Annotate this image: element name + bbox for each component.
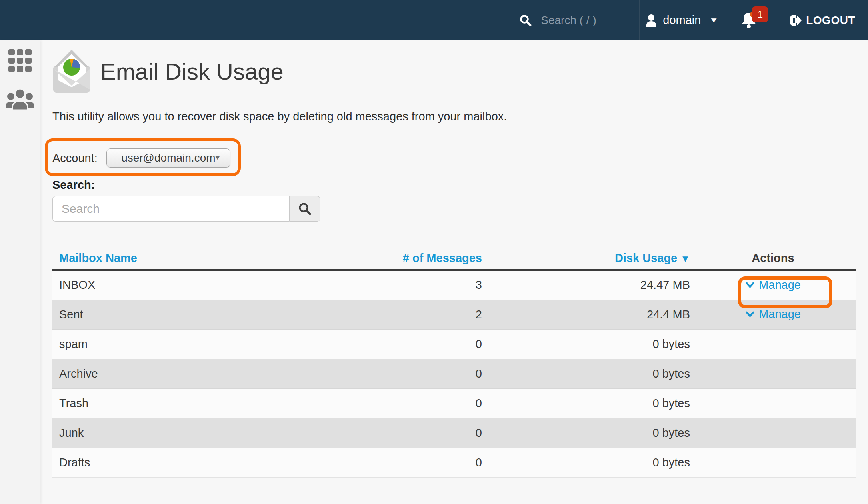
logout-icon bbox=[789, 14, 802, 27]
message-count: 2 bbox=[332, 300, 482, 329]
navbar-user-menu[interactable]: domain ▼ bbox=[640, 0, 723, 40]
disk-usage: 24.47 MB bbox=[482, 270, 690, 300]
disk-usage: 0 bytes bbox=[482, 359, 690, 388]
manage-button[interactable]: Manage bbox=[745, 308, 801, 321]
logout-button[interactable]: LOGOUT bbox=[778, 0, 868, 40]
mailbox-table: Mailbox Name # of Messages Disk Usage▼ A… bbox=[52, 247, 856, 478]
header-disk-usage[interactable]: Disk Usage▼ bbox=[482, 247, 690, 270]
sort-descending-icon: ▼ bbox=[680, 253, 690, 264]
table-row-inbox: INBOX 3 24.47 MB Manage bbox=[52, 270, 856, 300]
table-row-archive: Archive 0 0 bytes bbox=[52, 359, 856, 388]
table-row-spam: spam 0 0 bytes bbox=[52, 329, 856, 359]
search-icon bbox=[519, 14, 532, 27]
main-content: Email Disk Usage This utility allows you… bbox=[52, 40, 856, 504]
email-disk-usage-icon bbox=[52, 48, 91, 94]
page-title: Email Disk Usage bbox=[100, 58, 284, 85]
disk-usage: 0 bytes bbox=[482, 388, 690, 418]
navbar-search[interactable]: Search ( / ) bbox=[500, 0, 639, 40]
disk-usage: 0 bytes bbox=[482, 329, 690, 359]
account-selector-row: Account: user@domain.com ▼ bbox=[52, 148, 230, 168]
top-navbar: Search ( / ) domain ▼ 1 bbox=[0, 0, 868, 40]
sidebar bbox=[0, 40, 40, 504]
header-actions: Actions bbox=[690, 247, 856, 270]
navbar-search-label: Search ( / ) bbox=[541, 14, 596, 27]
apps-grid-icon[interactable] bbox=[8, 49, 32, 72]
email-disk-usage-page: Search ( / ) domain ▼ 1 bbox=[0, 0, 868, 504]
chevron-down-icon: ▼ bbox=[709, 16, 719, 24]
message-count: 3 bbox=[332, 270, 482, 300]
message-count: 0 bbox=[332, 448, 482, 477]
title-divider bbox=[52, 96, 856, 96]
message-count: 0 bbox=[332, 359, 482, 388]
header-messages[interactable]: # of Messages bbox=[332, 247, 482, 270]
message-count: 0 bbox=[332, 388, 482, 418]
notification-badge: 1 bbox=[752, 6, 768, 22]
message-count: 0 bbox=[332, 329, 482, 359]
account-dropdown-value: user@domain.com bbox=[121, 152, 215, 164]
search-group bbox=[52, 196, 320, 222]
page-description: This utility allows you to recover disk … bbox=[52, 110, 507, 123]
table-row-junk: Junk 0 0 bytes bbox=[52, 418, 856, 448]
search-icon bbox=[298, 202, 312, 216]
table-row-drafts: Drafts 0 0 bytes bbox=[52, 448, 856, 477]
navbar-notifications[interactable]: 1 bbox=[723, 0, 778, 40]
page-header: Email Disk Usage bbox=[52, 48, 284, 94]
table-header-row: Mailbox Name # of Messages Disk Usage▼ A… bbox=[52, 247, 856, 270]
search-input[interactable] bbox=[52, 196, 289, 222]
message-count: 0 bbox=[332, 418, 482, 448]
disk-usage: 24.4 MB bbox=[482, 300, 690, 329]
dropdown-caret-icon: ▼ bbox=[214, 154, 222, 162]
mailbox-name: Sent bbox=[52, 300, 332, 329]
header-mailbox-name[interactable]: Mailbox Name bbox=[52, 247, 332, 270]
search-button[interactable] bbox=[289, 196, 320, 222]
mailbox-name: Trash bbox=[52, 388, 332, 418]
mailbox-name: Junk bbox=[52, 418, 332, 448]
account-label: Account: bbox=[52, 152, 98, 165]
disk-usage: 0 bytes bbox=[482, 418, 690, 448]
mailbox-name: spam bbox=[52, 329, 332, 359]
mailbox-name: Archive bbox=[52, 359, 332, 388]
mailbox-name: INBOX bbox=[52, 270, 332, 300]
manage-button[interactable]: Manage bbox=[745, 278, 801, 292]
search-label: Search: bbox=[52, 178, 95, 192]
logout-label: LOGOUT bbox=[806, 14, 855, 27]
mailbox-name: Drafts bbox=[52, 448, 332, 477]
disk-usage: 0 bytes bbox=[482, 448, 690, 477]
table-row-sent: Sent 2 24.4 MB Manage bbox=[52, 300, 856, 329]
user-icon bbox=[645, 14, 657, 27]
users-group-icon[interactable] bbox=[5, 88, 35, 111]
account-dropdown[interactable]: user@domain.com ▼ bbox=[106, 148, 230, 168]
chevron-down-icon bbox=[745, 310, 755, 318]
table-row-trash: Trash 0 0 bytes bbox=[52, 388, 856, 418]
chevron-down-icon bbox=[745, 280, 755, 289]
navbar-user-label: domain bbox=[663, 14, 701, 27]
